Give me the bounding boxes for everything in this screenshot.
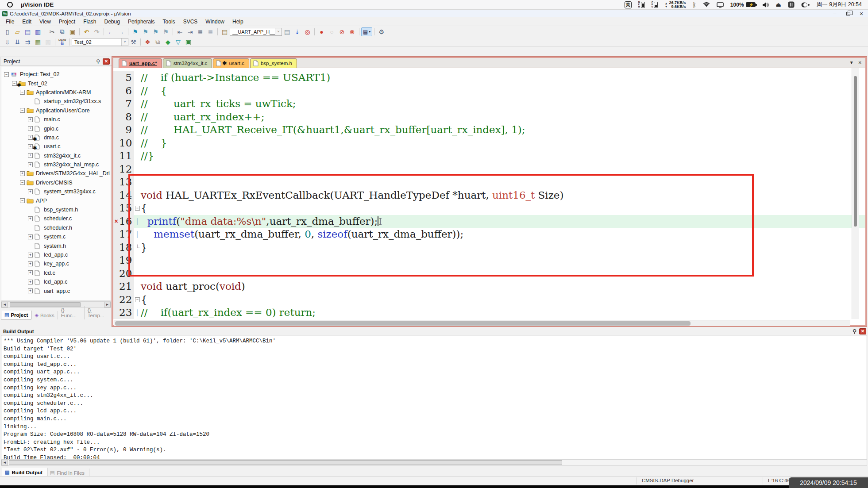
menu-debug[interactable]: Debug <box>100 18 124 25</box>
collapse-icon[interactable]: − <box>20 108 25 113</box>
wifi-icon[interactable] <box>703 2 710 8</box>
expand-icon[interactable]: + <box>28 153 33 158</box>
bookmark-prev-button[interactable]: ⚑ <box>140 27 150 36</box>
build-output-console[interactable]: *** Using Compiler 'V5.06 update 1 (buil… <box>1 335 867 459</box>
display-mirroring-icon[interactable] <box>717 2 724 8</box>
tree-item[interactable]: +lcd_app.c <box>1 277 111 286</box>
manage-project-items-button[interactable]: ▣ <box>183 38 193 46</box>
editor-tab-usart-c[interactable]: ✱usart.c <box>213 58 249 68</box>
tree-item[interactable]: +gpio.c <box>1 124 111 133</box>
breakpoint-enable-disable-button[interactable]: ○ <box>327 27 337 36</box>
save-button[interactable]: ▤ <box>23 27 33 36</box>
editor-tab-bsp-system-h[interactable]: bsp_system.h <box>250 58 297 68</box>
tree-item[interactable]: scheduler.h <box>1 223 111 232</box>
panel-tab--temp-[interactable]: {}̖ Temp... <box>85 306 112 319</box>
minimize-button[interactable]: – <box>828 10 841 17</box>
tree-item[interactable]: +stm32g4xx_hal_msp.c <box>1 160 111 169</box>
input-method-icon[interactable]: 英 <box>625 1 632 8</box>
code-line-12[interactable]: 12 <box>113 163 865 176</box>
collapse-icon[interactable]: − <box>12 81 17 86</box>
code-line-8[interactable]: 8// uart_rx_index++; <box>113 111 865 124</box>
code-line-17[interactable]: 17│ memset(uart_rx_dma_buffer, 0, sizeof… <box>113 228 865 241</box>
scroll-left-arrow[interactable]: ◄ <box>1 460 8 465</box>
chevron-down-icon[interactable]: ▾ <box>369 30 370 34</box>
tree-item[interactable]: −Application/MDK-ARM <box>1 88 111 97</box>
options-for-target-button[interactable]: ⚒ <box>128 38 139 46</box>
battery-indicator[interactable]: 100% ⚡ <box>730 2 756 8</box>
expand-icon[interactable]: + <box>28 135 33 140</box>
tree-item[interactable]: −Application/User/Core <box>1 106 111 115</box>
restore-button[interactable] <box>841 10 855 17</box>
collapse-icon[interactable]: − <box>4 72 9 77</box>
menu-flash[interactable]: Flash <box>79 18 100 25</box>
tree-item[interactable]: +main.c <box>1 115 111 124</box>
collapse-icon[interactable]: − <box>20 180 25 185</box>
code-line-20[interactable]: 20 <box>113 267 865 281</box>
parallels-icon[interactable] <box>788 1 795 8</box>
expand-icon[interactable]: + <box>28 216 33 221</box>
code-line-22[interactable]: 22−{ <box>113 293 865 307</box>
menu-help[interactable]: Help <box>228 18 247 25</box>
code-line-21[interactable]: 21void uart_proc(void) <box>113 280 865 293</box>
build-button[interactable]: ⇊ <box>12 38 23 46</box>
menu-bar-clock[interactable]: 周一 9月9日 20:54 <box>817 1 862 8</box>
tree-item[interactable]: −✱Test_02 <box>1 79 111 88</box>
expand-icon[interactable]: + <box>28 144 33 149</box>
code-line-6[interactable]: 6// { <box>113 85 865 98</box>
breakpoint-toggle-button[interactable]: ● <box>316 27 327 36</box>
cut-button[interactable]: ✂ <box>47 27 57 36</box>
translate-file-button[interactable]: ⇩ <box>2 38 12 46</box>
editor-vscrollbar[interactable] <box>852 68 859 319</box>
new-file-button[interactable]: ▯ <box>2 27 12 36</box>
fold-collapse-icon[interactable]: − <box>135 297 140 302</box>
tree-item[interactable]: +stm32g4xx_it.c <box>1 151 111 160</box>
bluetooth-icon[interactable]: ᛒ <box>692 1 696 8</box>
menu-peripherals[interactable]: Peripherals <box>124 18 159 25</box>
tree-item[interactable]: +✱dma.c <box>1 133 111 142</box>
scroll-left-arrow[interactable]: ◄ <box>1 302 8 307</box>
project-panel-close-button[interactable]: ✕ <box>103 58 110 65</box>
expand-icon[interactable]: + <box>28 126 33 131</box>
memory-meter-icon[interactable]: M E M <box>638 1 645 8</box>
eject-icon[interactable]: ⏏ <box>776 1 781 8</box>
chevron-down-icon[interactable]: ˅ <box>121 38 128 46</box>
tree-item[interactable]: +key_app.c <box>1 259 111 268</box>
tree-item[interactable]: +system.c <box>1 232 111 241</box>
tree-item[interactable]: +lcd.c <box>1 269 111 277</box>
save-all-button[interactable]: ▥ <box>33 27 43 36</box>
tab-list-dropdown-icon[interactable]: ▼ <box>849 60 854 65</box>
tree-item[interactable]: −Project: Test_02 <box>1 70 111 79</box>
redo-button[interactable]: ↷ <box>92 27 102 36</box>
macos-app-name[interactable]: µVision IDE <box>21 1 54 8</box>
menu-tools[interactable]: Tools <box>159 18 179 25</box>
breakpoint-kill-all-button[interactable]: ⊘ <box>337 27 347 36</box>
code-line-13[interactable]: 13 <box>113 176 865 189</box>
expand-icon[interactable]: + <box>20 171 25 176</box>
panel-tab--func-[interactable]: {} Func... <box>58 306 85 319</box>
tree-item[interactable]: startup_stm32g431xx.s <box>1 97 111 106</box>
breakpoint-disable-all-button[interactable]: ⊗ <box>347 27 357 36</box>
bookmark-toggle-button[interactable]: ⚑ <box>130 27 140 36</box>
collapse-icon[interactable]: − <box>20 198 25 203</box>
output-tab-build-output[interactable]: ▤Build Output <box>2 468 47 477</box>
select-software-packs-button[interactable]: ▽ <box>173 38 183 46</box>
code-line-19[interactable]: 19 <box>113 254 865 267</box>
close-document-icon[interactable]: ✕ <box>858 60 862 65</box>
tree-item[interactable]: −Drivers/CMSIS <box>1 178 111 187</box>
expand-icon[interactable]: + <box>28 117 33 122</box>
incremental-find-button[interactable]: ⇣ <box>292 27 302 36</box>
menu-svcs[interactable]: SVCS <box>179 18 202 25</box>
code-line-9[interactable]: 9// HAL_UART_Receive_IT(&huart1,&uart_rx… <box>113 123 865 137</box>
tree-item[interactable]: +system_stm32g4xx.c <box>1 187 111 196</box>
tree-item[interactable]: system.h <box>1 241 111 250</box>
navigate-forward-button[interactable]: → <box>116 27 126 36</box>
panel-tab-books[interactable]: ◈Books <box>31 311 58 319</box>
uncomment-selection-button[interactable]: ≣ <box>205 27 216 36</box>
undo-button[interactable]: ↶ <box>81 27 92 36</box>
copy-button[interactable]: ⧉ <box>57 27 67 36</box>
open-file-button[interactable]: ▱ <box>12 27 23 36</box>
expand-icon[interactable]: + <box>28 280 33 284</box>
apple-logo-icon[interactable] <box>7 2 13 8</box>
debug-windows-layout[interactable]: ▤▾ <box>361 27 372 36</box>
manage-layers-button[interactable]: ⧉ <box>153 38 163 46</box>
